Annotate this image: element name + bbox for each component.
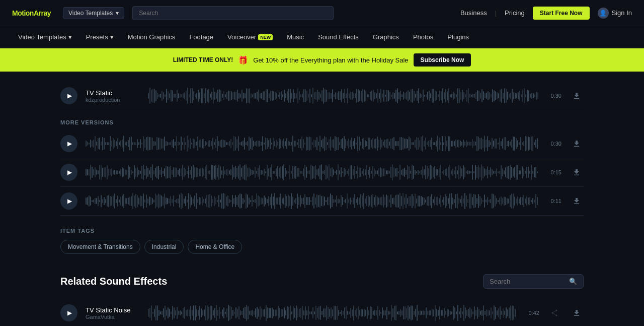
pricing-link[interactable]: Pricing xyxy=(505,9,525,17)
related-search-input[interactable] xyxy=(490,278,565,285)
version-3-download-button[interactable] xyxy=(570,194,584,208)
top-nav-right: Business | Pricing Start Free Now 👤 Sign… xyxy=(460,7,632,20)
related-title: Related Sound Effects xyxy=(60,276,167,287)
logo-array: Array xyxy=(34,9,51,17)
main-play-button[interactable]: ▶ xyxy=(60,87,77,104)
tags-container: Movement & Transitions Industrial Home &… xyxy=(60,240,584,254)
main-download-button[interactable] xyxy=(570,89,584,103)
item-tags-section: ITEM TAGS Movement & Transitions Industr… xyxy=(60,228,584,254)
svg-line-3 xyxy=(553,311,556,312)
nav-label: Video Templates xyxy=(18,33,66,41)
tag-home-office[interactable]: Home & Office xyxy=(188,240,242,254)
version-row-2: ▶ 0:15 xyxy=(60,158,584,187)
subscribe-now-button[interactable]: Subscribe Now xyxy=(414,53,471,67)
version-1-download-button[interactable] xyxy=(570,137,584,151)
play-icon: ▶ xyxy=(67,140,72,147)
main-track-duration: 0:30 xyxy=(546,93,561,99)
top-navigation: MotionArray Video Templates ▾ Business |… xyxy=(0,0,644,26)
more-versions-label: More versions xyxy=(60,119,584,125)
nav-label: Presets xyxy=(86,33,108,41)
nav-item-graphics[interactable]: Graphics xyxy=(367,31,405,43)
new-badge: NEW xyxy=(258,34,273,40)
sign-in-area[interactable]: 👤 Sign In xyxy=(598,8,632,19)
nav-label: Footage xyxy=(189,33,213,41)
related-track-row-1: ▶ TV Static Noise GamaVutka 0:42 xyxy=(60,299,584,326)
version-3-duration: 0:11 xyxy=(546,198,561,204)
start-free-button[interactable]: Start Free Now xyxy=(533,7,590,20)
promo-main-text: Get 10% off the Everything plan with the… xyxy=(253,56,408,64)
promo-bar: LIMITED TIME ONLY! 🎁 Get 10% off the Eve… xyxy=(0,48,644,72)
main-content: ▶ TV Static kdzproduction 0:30 More vers… xyxy=(0,72,644,326)
play-icon: ▶ xyxy=(67,92,72,99)
svg-point-0 xyxy=(556,310,557,311)
chevron-icon: ▾ xyxy=(68,33,72,41)
tag-movement-transitions[interactable]: Movement & Transitions xyxy=(60,240,140,254)
nav-item-music[interactable]: Music xyxy=(281,31,310,43)
version-3-play-button[interactable]: ▶ xyxy=(60,192,77,210)
user-avatar-icon: 👤 xyxy=(598,8,609,19)
video-templates-dropdown[interactable]: Video Templates ▾ xyxy=(63,7,124,19)
logo-text: Motion xyxy=(12,9,34,17)
main-track-title: TV Static xyxy=(86,89,136,97)
version-row-1: ▶ 0:30 xyxy=(60,129,584,158)
main-track-row: ▶ TV Static kdzproduction 0:30 xyxy=(60,82,584,110)
nav-divider: | xyxy=(495,9,497,17)
version-row-3: ▶ 0:11 xyxy=(60,187,584,216)
nav-item-sound-effects[interactable]: Sound Effects xyxy=(312,31,365,43)
play-icon: ▶ xyxy=(67,169,72,176)
sign-in-label: Sign In xyxy=(612,9,632,17)
main-track-info: TV Static kdzproduction xyxy=(86,89,136,103)
related-1-play-button[interactable]: ▶ xyxy=(60,304,77,321)
related-1-download-button[interactable] xyxy=(570,306,584,320)
nav-item-presets[interactable]: Presets ▾ xyxy=(80,31,120,43)
version-2-download-button[interactable] xyxy=(570,165,584,179)
nav-item-voiceover[interactable]: Voiceover NEW xyxy=(221,31,279,43)
related-1-duration: 0:42 xyxy=(524,310,539,316)
version-3-waveform[interactable] xyxy=(86,192,538,210)
version-1-play-button[interactable]: ▶ xyxy=(60,135,77,152)
version-2-play-button[interactable]: ▶ xyxy=(60,164,77,181)
chevron-icon: ▾ xyxy=(110,33,114,41)
play-icon: ▶ xyxy=(67,198,72,205)
main-track-author: kdzproduction xyxy=(86,97,136,103)
promo-limited-text: LIMITED TIME ONLY! xyxy=(173,56,233,63)
nav-item-photos[interactable]: Photos xyxy=(407,31,439,43)
logo[interactable]: MotionArray xyxy=(12,9,51,17)
tag-industrial[interactable]: Industrial xyxy=(144,240,184,254)
version-2-duration: 0:15 xyxy=(546,169,561,175)
business-link[interactable]: Business xyxy=(460,9,487,17)
nav-item-video-templates[interactable]: Video Templates ▾ xyxy=(12,31,78,43)
nav-label: Plugins xyxy=(447,33,469,41)
version-1-waveform[interactable] xyxy=(86,135,538,153)
play-icon: ▶ xyxy=(67,309,72,316)
related-1-waveform[interactable] xyxy=(148,304,516,322)
related-1-track-info: TV Static Noise GamaVutka xyxy=(86,306,136,320)
nav-item-footage[interactable]: Footage xyxy=(183,31,219,43)
version-1-duration: 0:30 xyxy=(546,141,561,147)
search-input[interactable] xyxy=(132,6,334,20)
nav-label: Graphics xyxy=(373,33,399,41)
related-1-author: GamaVutka xyxy=(86,314,136,320)
nav-item-plugins[interactable]: Plugins xyxy=(441,31,475,43)
version-2-waveform[interactable] xyxy=(86,163,538,181)
svg-point-1 xyxy=(552,312,553,314)
related-1-share-button[interactable] xyxy=(547,306,561,320)
main-navigation: Video Templates ▾ Presets ▾ Motion Graph… xyxy=(0,26,644,48)
nav-label: Sound Effects xyxy=(318,33,359,41)
gift-icon: 🎁 xyxy=(238,55,248,65)
nav-label: Voiceover xyxy=(227,33,256,41)
main-waveform[interactable] xyxy=(148,87,538,105)
nav-label: Motion Graphics xyxy=(128,33,176,41)
chevron-down-icon: ▾ xyxy=(116,10,119,17)
nav-item-motion-graphics[interactable]: Motion Graphics xyxy=(122,31,182,43)
nav-label: Music xyxy=(287,33,304,41)
related-1-title: TV Static Noise xyxy=(86,306,136,314)
svg-line-4 xyxy=(553,313,556,315)
related-search-box: 🔍 xyxy=(483,274,584,289)
dropdown-label: Video Templates xyxy=(68,10,113,17)
item-tags-label: ITEM TAGS xyxy=(60,228,584,234)
related-section-header: Related Sound Effects 🔍 xyxy=(60,274,584,289)
svg-point-2 xyxy=(556,315,557,316)
nav-label: Photos xyxy=(413,33,433,41)
search-icon[interactable]: 🔍 xyxy=(569,278,577,285)
